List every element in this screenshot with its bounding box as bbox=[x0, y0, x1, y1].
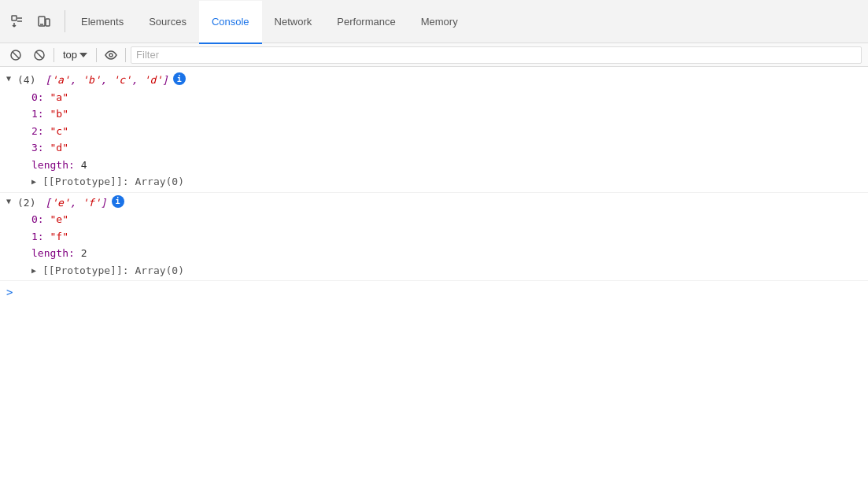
svg-rect-0 bbox=[12, 16, 17, 20]
svg-line-7 bbox=[36, 52, 42, 58]
toolbar-divider-3 bbox=[125, 48, 126, 62]
clear-console-button[interactable] bbox=[6, 46, 25, 65]
array2-item-0: 0: "e" bbox=[0, 211, 868, 228]
prototype-arrow-1[interactable] bbox=[31, 176, 39, 187]
toolbar-divider-2 bbox=[96, 48, 97, 62]
expand-arrow-2[interactable] bbox=[6, 195, 14, 207]
toolbar-divider bbox=[54, 48, 54, 62]
filter-container bbox=[131, 46, 862, 64]
array2-length: length: 2 bbox=[0, 245, 868, 262]
info-badge-1[interactable]: i bbox=[173, 72, 186, 85]
block-network-button[interactable] bbox=[30, 46, 49, 65]
expand-arrow-1[interactable] bbox=[6, 72, 14, 84]
inspect-element-button[interactable] bbox=[6, 10, 28, 32]
svg-rect-2 bbox=[46, 19, 50, 26]
array1-item-1: 1: "b" bbox=[0, 105, 868, 123]
console-output: (4) ['a', 'b', 'c', 'd'] i 0: "a" 1: "b"… bbox=[0, 67, 868, 492]
eye-icon-button[interactable] bbox=[102, 46, 120, 65]
console-toolbar: top bbox=[0, 43, 868, 67]
device-toolbar-button[interactable] bbox=[33, 10, 55, 32]
svg-line-5 bbox=[13, 52, 19, 58]
array2-item-1: 1: "f" bbox=[0, 228, 868, 246]
context-selector[interactable]: top bbox=[59, 47, 91, 62]
tab-network[interactable]: Network bbox=[262, 1, 325, 44]
array2-summary-line[interactable]: (2) ['e', 'f'] i bbox=[0, 194, 868, 212]
array1-prototype[interactable]: [[Prototype]]: Array(0) bbox=[0, 173, 868, 191]
prompt-symbol: > bbox=[6, 284, 13, 301]
prototype-arrow-2[interactable] bbox=[31, 264, 39, 276]
tab-performance[interactable]: Performance bbox=[324, 1, 408, 44]
tab-console[interactable]: Console bbox=[199, 1, 262, 44]
toolbar-icons bbox=[6, 10, 65, 32]
filter-input[interactable] bbox=[131, 46, 861, 64]
console-entry-2: (2) ['e', 'f'] i 0: "e" 1: "f" length: 2… bbox=[0, 193, 868, 282]
info-badge-2[interactable]: i bbox=[112, 195, 124, 208]
array1-item-0: 0: "a" bbox=[0, 89, 868, 106]
array1-item-3: 3: "d" bbox=[0, 139, 868, 157]
tab-bar: Elements Sources Console Network Perform… bbox=[0, 0, 868, 43]
array1-item-2: 2: "c" bbox=[0, 123, 868, 140]
tab-elements[interactable]: Elements bbox=[68, 1, 136, 44]
console-prompt-line[interactable]: > bbox=[0, 281, 868, 304]
array1-length: length: 4 bbox=[0, 157, 868, 174]
array2-prototype[interactable]: [[Prototype]]: Array(0) bbox=[0, 262, 868, 279]
console-entry-1: (4) ['a', 'b', 'c', 'd'] i 0: "a" 1: "b"… bbox=[0, 70, 868, 193]
tab-sources[interactable]: Sources bbox=[136, 1, 199, 44]
array1-summary-line[interactable]: (4) ['a', 'b', 'c', 'd'] i bbox=[0, 72, 868, 89]
svg-point-8 bbox=[109, 54, 113, 57]
tab-memory[interactable]: Memory bbox=[408, 1, 471, 44]
